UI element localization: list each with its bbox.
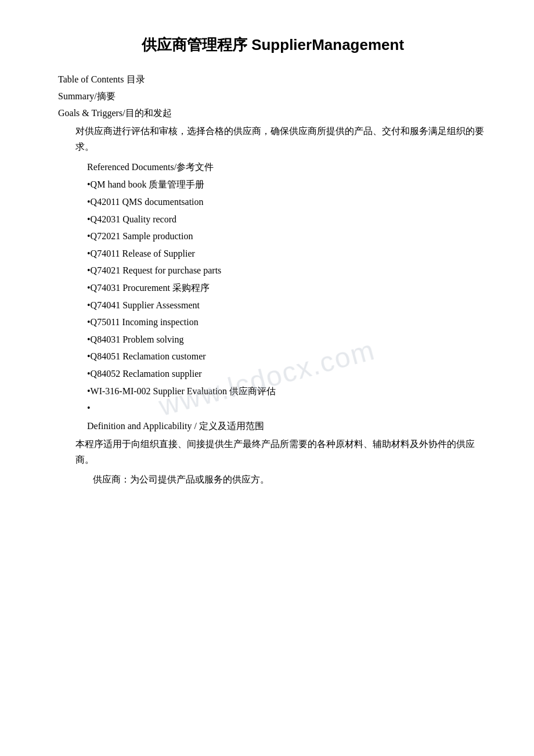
ref-item: •Q72021 Sample production <box>87 229 488 244</box>
ref-item: •Q74021 Request for purchase parts <box>87 263 488 278</box>
ref-item: •Q84031 Problem solving <box>87 332 488 347</box>
definition-label: Definition and Applicability / 定义及适用范围 <box>87 420 488 433</box>
ref-items-list: •QM hand book 质量管理手册•Q42011 QMS document… <box>58 177 488 415</box>
ref-docs-section: Referenced Documents/参考文件 •QM hand book … <box>58 161 488 415</box>
ref-item: • <box>87 401 488 416</box>
definition-section: Definition and Applicability / 定义及适用范围 本… <box>58 420 488 487</box>
definition-sub-text: 供应商：为公司提供产品或服务的供应方。 <box>93 472 488 487</box>
goals-label: Goals & Triggers/目的和发起 <box>58 107 488 120</box>
ref-item: •QM hand book 质量管理手册 <box>87 177 488 192</box>
ref-item: •Q74031 Procurement 采购程序 <box>87 280 488 296</box>
ref-item: •Q84052 Reclamation supplier <box>87 366 488 381</box>
goals-section: Goals & Triggers/目的和发起 对供应商进行评估和审核，选择合格的… <box>58 107 488 154</box>
ref-docs-label: Referenced Documents/参考文件 <box>87 161 488 174</box>
ref-item: •Q42031 Quality record <box>87 212 488 227</box>
ref-item: •Q42011 QMS documentsation <box>87 195 488 210</box>
summary-label: Summary/摘要 <box>58 91 488 103</box>
summary-section: Summary/摘要 <box>58 91 488 103</box>
ref-item: •Q84051 Reclamation customer <box>87 349 488 364</box>
ref-item: •Q74041 Supplier Assessment <box>87 298 488 313</box>
ref-item: •Q75011 Incoming inspection <box>87 315 488 330</box>
definition-text: 本程序适用于向组织直接、间接提供生产最终产品所需要的各种原材料、辅助材料及外协件… <box>75 436 488 467</box>
ref-item: •Q74011 Release of Supplier <box>87 246 488 261</box>
toc-section: Table of Contents 目录 <box>58 74 488 86</box>
goals-text: 对供应商进行评估和审核，选择合格的供应商，确保供应商所提供的产品、交付和服务满足… <box>75 123 488 154</box>
toc-label: Table of Contents 目录 <box>58 74 488 86</box>
page-title: 供应商管理程序 SupplierManagement <box>58 35 488 55</box>
ref-item: •WI-316-MI-002 Supplier Evaluation 供应商评估 <box>87 384 488 399</box>
